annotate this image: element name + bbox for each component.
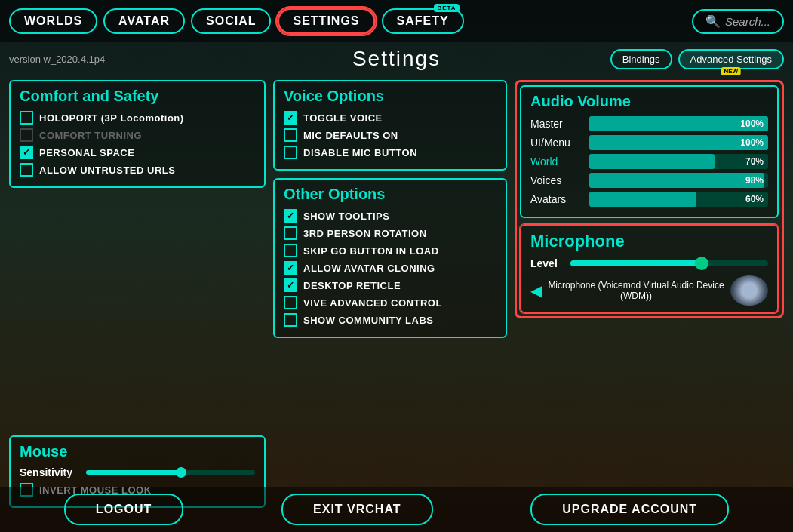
right-outlined-section: Audio Volume Master 100% UI/Menu 100% — [515, 80, 784, 318]
tab-bindings[interactable]: Bindings — [610, 49, 672, 69]
voice-options-section: Voice Options TOGGLE VOICE MIC DEFAULTS … — [273, 80, 507, 171]
search-icon: 🔍 — [705, 14, 721, 29]
sensitivity-label: Sensitivity — [20, 466, 80, 478]
audio-pct-avatars: 60% — [745, 194, 764, 204]
cb-comfort-turning[interactable] — [20, 128, 33, 142]
nav-safety-button[interactable]: SAFETY BETA — [382, 8, 464, 34]
audio-volume-title: Audio Volume — [530, 93, 768, 110]
mic-visualizer — [730, 275, 768, 306]
right-tabs: Bindings Advanced Settings NEW — [610, 49, 784, 69]
mic-device-row: ◀ Microphone (Voicemod Virtual Audio Dev… — [530, 275, 768, 306]
checkbox-holoport: HOLOPORT (3P Locomotion) — [20, 111, 255, 125]
mic-slider-thumb[interactable] — [695, 257, 708, 270]
checkbox-skip-go: SKIP GO BUTTON IN LOAD — [284, 244, 496, 257]
checkbox-3rd-person: 3RD PERSON ROTATION — [284, 226, 496, 240]
audio-fill-voices — [589, 173, 764, 188]
audio-pct-uimenu: 100% — [740, 137, 764, 148]
cb-skip-go[interactable] — [284, 244, 297, 257]
mouse-title: Mouse — [20, 443, 255, 460]
audio-pct-master: 100% — [740, 118, 764, 129]
beta-badge: BETA — [434, 4, 459, 12]
mic-slider-fill — [570, 260, 699, 266]
voice-options-title: Voice Options — [284, 88, 496, 105]
cb-3rd-person[interactable] — [284, 226, 297, 240]
audio-track-world[interactable]: 70% — [589, 154, 768, 169]
logout-button[interactable]: LOGOUT — [64, 494, 183, 525]
cb-disable-mic[interactable] — [284, 146, 297, 159]
sensitivity-track[interactable] — [86, 470, 255, 475]
audio-row-uimenu: UI/Menu 100% — [530, 135, 768, 150]
tab-advanced-settings[interactable]: Advanced Settings NEW — [678, 49, 784, 69]
checkbox-comfort-turning: COMFORT TURNING — [20, 128, 255, 142]
comfort-safety-section: Comfort and Safety HOLOPORT (3P Locomoti… — [9, 80, 266, 188]
exit-vrchat-button[interactable]: EXIT VRCHAT — [281, 494, 432, 525]
top-navigation: WORLDS AVATAR SOCIAL SETTINGS SAFETY BET… — [0, 0, 793, 42]
audio-track-uimenu[interactable]: 100% — [589, 135, 768, 150]
audio-volume-section: Audio Volume Master 100% UI/Menu 100% — [520, 85, 779, 218]
cb-show-tooltips[interactable] — [284, 209, 297, 223]
audio-label-voices: Voices — [530, 174, 583, 186]
mic-prev-arrow[interactable]: ◀ — [530, 281, 542, 300]
audio-track-voices[interactable]: 98% — [589, 173, 768, 188]
search-placeholder: Search... — [725, 15, 770, 28]
audio-fill-avatars — [589, 192, 696, 207]
bottom-bar: LOGOUT EXIT VRCHAT UPGRADE ACCOUNT — [0, 487, 793, 532]
title-row: version w_2020.4.1p4 Settings Bindings A… — [0, 42, 793, 74]
sensitivity-slider-row: Sensitivity — [20, 466, 255, 478]
audio-row-master: Master 100% — [530, 116, 768, 131]
audio-row-avatars: Avatars 60% — [530, 192, 768, 207]
cb-desktop-reticle[interactable] — [284, 278, 297, 292]
version-text: version w_2020.4.1p4 — [9, 54, 105, 65]
audio-fill-world — [589, 154, 715, 169]
sensitivity-fill — [86, 470, 179, 475]
mic-device-name: Microphone (Voicemod Virtual Audio Devic… — [548, 280, 724, 301]
cb-avatar-cloning[interactable] — [284, 261, 297, 275]
checkbox-community-labs: SHOW COMMUNITY LABS — [284, 313, 496, 327]
audio-row-voices: Voices 98% — [530, 173, 768, 188]
cb-community-labs[interactable] — [284, 313, 297, 327]
audio-pct-world: 70% — [745, 156, 764, 167]
cb-toggle-voice[interactable] — [284, 111, 297, 125]
cb-untrusted-urls[interactable] — [20, 163, 33, 177]
nav-worlds-button[interactable]: WORLDS — [9, 8, 97, 34]
checkbox-personal-space: PERSONAL SPACE — [20, 146, 255, 159]
cb-mic-defaults[interactable] — [284, 128, 297, 142]
left-column: Comfort and Safety HOLOPORT (3P Locomoti… — [9, 74, 266, 508]
audio-pct-voices: 98% — [745, 175, 764, 186]
other-options-section: Other Options SHOW TOOLTIPS 3RD PERSON R… — [273, 178, 507, 338]
microphone-title: Microphone — [530, 232, 768, 251]
checkbox-desktop-reticle: DESKTOP RETICLE — [284, 278, 496, 292]
audio-label-master: Master — [530, 118, 583, 130]
right-column: Audio Volume Master 100% UI/Menu 100% — [507, 74, 784, 508]
cb-personal-space[interactable] — [20, 146, 33, 159]
search-box[interactable]: 🔍 Search... — [692, 9, 784, 34]
checkbox-disable-mic: DISABLE MIC BUTTON — [284, 146, 496, 159]
level-label: Level — [530, 257, 564, 269]
checkbox-mic-defaults: MIC DEFAULTS ON — [284, 128, 496, 142]
audio-track-master[interactable]: 100% — [589, 116, 768, 131]
main-content: Comfort and Safety HOLOPORT (3P Locomoti… — [0, 74, 793, 508]
audio-row-world: World 70% — [530, 154, 768, 169]
page-title: Settings — [352, 47, 441, 71]
middle-column: Voice Options TOGGLE VOICE MIC DEFAULTS … — [266, 74, 507, 508]
microphone-section: Microphone Level ◀ Microphone (Voicemod … — [520, 224, 779, 313]
nav-settings-button[interactable]: SETTINGS — [277, 8, 375, 35]
audio-label-avatars: Avatars — [530, 193, 583, 205]
audio-track-avatars[interactable]: 60% — [589, 192, 768, 207]
other-options-title: Other Options — [284, 186, 496, 203]
cb-holoport[interactable] — [20, 111, 33, 125]
upgrade-account-button[interactable]: UPGRADE ACCOUNT — [530, 494, 729, 525]
comfort-safety-title: Comfort and Safety — [20, 88, 255, 105]
cb-vive-advanced[interactable] — [284, 296, 297, 309]
checkbox-toggle-voice: TOGGLE VOICE — [284, 111, 496, 125]
audio-label-world: World — [530, 155, 583, 168]
mic-level-row: Level — [530, 257, 768, 269]
sensitivity-thumb[interactable] — [176, 467, 186, 478]
nav-avatar-button[interactable]: AVATAR — [103, 8, 185, 34]
checkbox-vive-advanced: VIVE ADVANCED CONTROL — [284, 296, 496, 309]
checkbox-avatar-cloning: ALLOW AVATAR CLONING — [284, 261, 496, 275]
mic-slider-track[interactable] — [570, 260, 768, 266]
audio-label-uimenu: UI/Menu — [530, 137, 583, 149]
nav-social-button[interactable]: SOCIAL — [191, 8, 271, 34]
checkbox-untrusted-urls: ALLOW UNTRUSTED URLS — [20, 163, 255, 177]
